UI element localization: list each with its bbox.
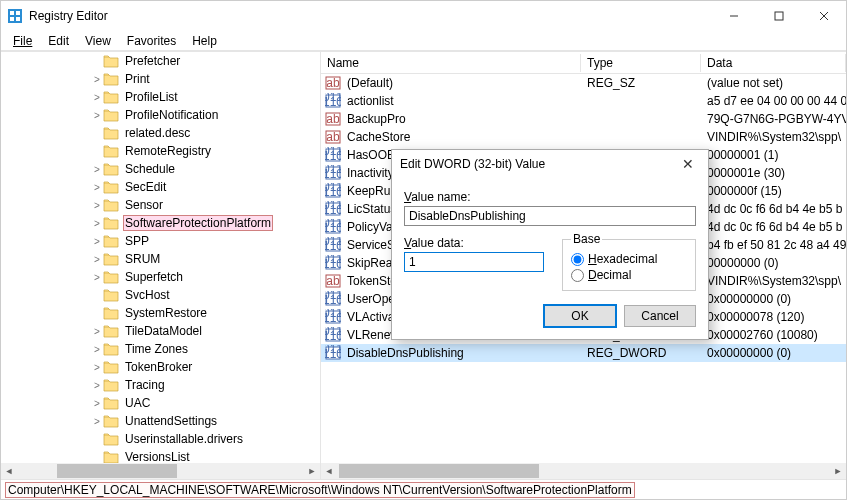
- tree-item[interactable]: >TokenBroker: [1, 358, 320, 376]
- svg-text:ab: ab: [326, 130, 340, 144]
- expand-icon[interactable]: >: [91, 200, 103, 211]
- expand-icon[interactable]: >: [91, 164, 103, 175]
- dialog-close-button[interactable]: ✕: [676, 156, 700, 172]
- folder-icon: [103, 234, 119, 248]
- cell-data: b4 fb ef 50 81 2c 48 a4 49: [701, 238, 846, 252]
- cell-data: 0x00000078 (120): [701, 310, 846, 324]
- expand-icon[interactable]: >: [91, 398, 103, 409]
- tree-item[interactable]: SystemRestore: [1, 304, 320, 322]
- expand-icon[interactable]: >: [91, 416, 103, 427]
- tree-item[interactable]: >Print: [1, 70, 320, 88]
- tree-item-label: Time Zones: [123, 342, 190, 356]
- cell-type: REG_DWORD: [581, 346, 701, 360]
- expand-icon[interactable]: >: [91, 326, 103, 337]
- tree-item[interactable]: SvcHost: [1, 286, 320, 304]
- expand-icon[interactable]: >: [91, 380, 103, 391]
- tree-item[interactable]: >SRUM: [1, 250, 320, 268]
- value-icon: 011110: [325, 255, 341, 271]
- svg-rect-2: [16, 11, 20, 15]
- menu-favorites[interactable]: Favorites: [119, 32, 184, 50]
- cancel-button[interactable]: Cancel: [624, 305, 696, 327]
- tree-item[interactable]: Userinstallable.drivers: [1, 430, 320, 448]
- decimal-radio[interactable]: [571, 269, 584, 282]
- expand-icon[interactable]: >: [91, 272, 103, 283]
- expand-icon[interactable]: >: [91, 254, 103, 265]
- list-header: Name Type Data: [321, 52, 846, 74]
- svg-text:110: 110: [325, 347, 341, 361]
- scroll-thumb[interactable]: [339, 464, 539, 478]
- cell-data: a5 d7 ee 04 00 00 00 44 0: [701, 94, 846, 108]
- menu-help[interactable]: Help: [184, 32, 225, 50]
- tree-item-label: TokenBroker: [123, 360, 194, 374]
- scroll-left-icon[interactable]: ◄: [321, 463, 337, 479]
- menu-edit[interactable]: Edit: [40, 32, 77, 50]
- close-button[interactable]: [801, 1, 846, 31]
- maximize-button[interactable]: [756, 1, 801, 31]
- svg-text:110: 110: [325, 185, 341, 199]
- expand-icon[interactable]: >: [91, 74, 103, 85]
- cell-data: 00000001 (1): [701, 148, 846, 162]
- expand-icon[interactable]: >: [91, 344, 103, 355]
- tree-item[interactable]: >ProfileList: [1, 88, 320, 106]
- list-hscrollbar[interactable]: ◄ ►: [321, 463, 846, 479]
- list-row[interactable]: ab(Default)REG_SZ(value not set): [321, 74, 846, 92]
- tree-item-label: UAC: [123, 396, 152, 410]
- tree-item[interactable]: >Superfetch: [1, 268, 320, 286]
- value-data-input[interactable]: [404, 252, 544, 272]
- decimal-label: Decimal: [588, 268, 631, 282]
- tree-item[interactable]: >Tracing: [1, 376, 320, 394]
- expand-icon[interactable]: >: [91, 362, 103, 373]
- minimize-button[interactable]: [711, 1, 756, 31]
- column-data[interactable]: Data: [701, 54, 846, 72]
- tree-item[interactable]: related.desc: [1, 124, 320, 142]
- expand-icon[interactable]: >: [91, 236, 103, 247]
- tree-item[interactable]: RemoteRegistry: [1, 142, 320, 160]
- expand-icon[interactable]: >: [91, 182, 103, 193]
- value-icon: 011110: [325, 93, 341, 109]
- tree-item[interactable]: >SoftwareProtectionPlatform: [1, 214, 320, 232]
- scroll-right-icon[interactable]: ►: [830, 463, 846, 479]
- expand-icon[interactable]: >: [91, 92, 103, 103]
- tree-item[interactable]: >SPP: [1, 232, 320, 250]
- scroll-right-icon[interactable]: ►: [304, 463, 320, 479]
- list-row[interactable]: abBackupPro79Q-G7N6G-PGBYW-4YV: [321, 110, 846, 128]
- tree-item[interactable]: Prefetcher: [1, 52, 320, 70]
- list-row[interactable]: abCacheStoreVINDIR%\System32\spp\: [321, 128, 846, 146]
- menu-view[interactable]: View: [77, 32, 119, 50]
- tree-item[interactable]: >SecEdit: [1, 178, 320, 196]
- folder-icon: [103, 270, 119, 284]
- tree-item[interactable]: >Schedule: [1, 160, 320, 178]
- tree-item[interactable]: >Time Zones: [1, 340, 320, 358]
- dialog-title: Edit DWORD (32-bit) Value: [400, 157, 676, 171]
- column-name[interactable]: Name: [321, 54, 581, 72]
- folder-icon: [103, 252, 119, 266]
- cell-data: 0x00002760 (10080): [701, 328, 846, 342]
- scroll-left-icon[interactable]: ◄: [1, 463, 17, 479]
- list-row[interactable]: 011110actionlista5 d7 ee 04 00 00 00 44 …: [321, 92, 846, 110]
- menu-file[interactable]: File: [5, 32, 40, 50]
- tree-item-label: VersionsList: [123, 450, 192, 464]
- hexadecimal-radio[interactable]: [571, 253, 584, 266]
- value-icon: 011110: [325, 165, 341, 181]
- scroll-thumb[interactable]: [57, 464, 177, 478]
- tree-item[interactable]: >UAC: [1, 394, 320, 412]
- tree-item-label: SoftwareProtectionPlatform: [123, 215, 273, 231]
- tree-pane[interactable]: Prefetcher>Print>ProfileList>ProfileNoti…: [1, 52, 321, 479]
- expand-icon[interactable]: >: [91, 218, 103, 229]
- tree-item[interactable]: >TileDataModel: [1, 322, 320, 340]
- tree-hscrollbar[interactable]: ◄ ►: [1, 463, 320, 479]
- column-type[interactable]: Type: [581, 54, 701, 72]
- value-name-input[interactable]: [404, 206, 696, 226]
- svg-text:110: 110: [325, 329, 341, 343]
- cell-name: (Default): [341, 76, 581, 90]
- tree-item-label: SPP: [123, 234, 151, 248]
- tree-item[interactable]: >ProfileNotification: [1, 106, 320, 124]
- tree-item[interactable]: >Sensor: [1, 196, 320, 214]
- cell-data: 4d dc 0c f6 6d b4 4e b5 b: [701, 220, 846, 234]
- expand-icon[interactable]: >: [91, 110, 103, 121]
- tree-item-label: Tracing: [123, 378, 167, 392]
- tree-item[interactable]: >UnattendSettings: [1, 412, 320, 430]
- svg-rect-4: [16, 17, 20, 21]
- ok-button[interactable]: OK: [544, 305, 616, 327]
- list-row[interactable]: 011110DisableDnsPublishingREG_DWORD0x000…: [321, 344, 846, 362]
